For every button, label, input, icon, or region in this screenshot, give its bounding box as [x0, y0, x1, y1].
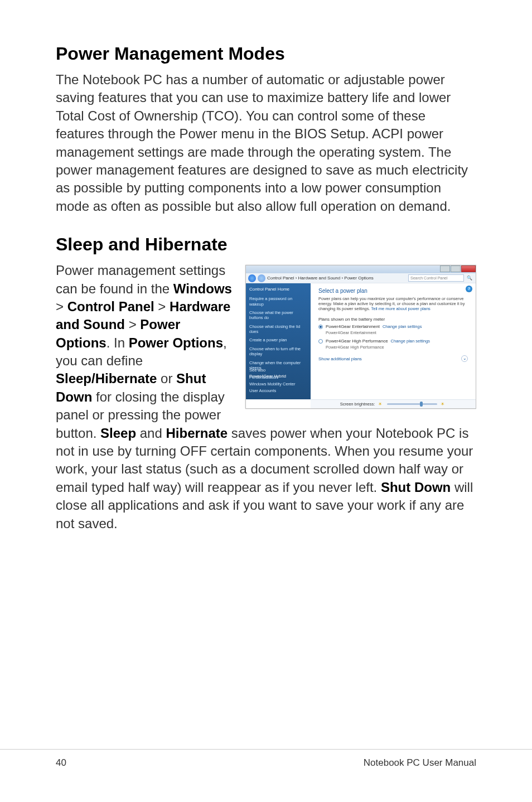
heading-power-mgmt: Power Management Modes — [56, 44, 476, 64]
sidebar-home[interactable]: Control Panel Home — [249, 287, 307, 292]
radio-icon[interactable] — [318, 339, 323, 344]
sidebar: Control Panel Home Require a password on… — [246, 283, 311, 399]
search-icon[interactable]: 🔍 — [466, 274, 473, 282]
manual-title: Notebook PC User Manual — [364, 755, 476, 769]
show-additional-plans[interactable]: Show additional plans ⌄ — [318, 355, 468, 362]
see-also-label: See also — [249, 368, 307, 373]
sidebar-link[interactable]: Choose what closing the lid does — [249, 324, 307, 335]
sidebar-link[interactable]: Require a password on wakeup — [249, 296, 307, 307]
breadcrumb[interactable]: Control Panel › Hardware and Sound › Pow… — [267, 276, 407, 281]
plan-option-1[interactable]: Power4Gear Entertainment Change plan set… — [318, 324, 468, 329]
search-input[interactable]: Search Control Panel — [408, 274, 464, 282]
page-footer: 40 Notebook PC User Manual — [0, 749, 532, 769]
heading-sleep-hibernate: Sleep and Hibernate — [56, 234, 476, 255]
brightness-footer: Screen brightness: ☀ ☀ — [311, 399, 476, 408]
sidebar-link[interactable]: Choose when to turn off the display — [249, 346, 307, 357]
brightness-label: Screen brightness: — [340, 402, 375, 407]
close-button[interactable] — [461, 265, 476, 272]
tell-me-more-link[interactable]: Tell me more about power plans — [371, 306, 431, 311]
sidebar-bottom-link[interactable]: Windows Mobility Center — [249, 381, 307, 386]
plan-name: Power4Gear Entertainment — [326, 324, 380, 329]
minimize-button[interactable] — [451, 265, 461, 272]
plan-subtitle: Power4Gear Entertainment — [326, 330, 468, 335]
plan-name: Power4Gear High Performance — [326, 339, 388, 344]
fieldset-label: Plans shown on the battery meter — [318, 317, 468, 322]
main-panel: ? Select a power plan Power plans can he… — [311, 283, 476, 399]
sidebar-link[interactable]: Choose what the power buttons do — [249, 310, 307, 321]
plan-option-2[interactable]: Power4Gear High Performance Change plan … — [318, 339, 468, 344]
show-add-label: Show additional plans — [318, 356, 362, 361]
address-bar: Control Panel › Hardware and Sound › Pow… — [246, 273, 476, 283]
power-options-screenshot: Control Panel › Hardware and Sound › Pow… — [245, 265, 476, 409]
panel-heading: Select a power plan — [318, 288, 468, 294]
page-number: 40 — [56, 755, 66, 769]
window-titlebar — [246, 265, 476, 273]
change-plan-link[interactable]: Change plan settings — [391, 339, 430, 344]
paragraph-power-mgmt: The Notebook PC has a number of automati… — [56, 71, 476, 215]
change-plan-link[interactable]: Change plan settings — [383, 324, 422, 329]
sidebar-bottom-link[interactable]: User Accounts — [249, 388, 307, 393]
help-icon[interactable]: ? — [466, 286, 472, 292]
radio-icon[interactable] — [318, 325, 323, 329]
sun-icon: ☀ — [441, 402, 446, 407]
brightness-slider[interactable] — [387, 403, 437, 405]
plan-subtitle: Power4Gear High Performance — [326, 345, 468, 350]
sun-icon: ☀ — [378, 402, 384, 407]
panel-description: Power plans can help you maximize your c… — [318, 296, 468, 311]
forward-icon[interactable] — [258, 274, 265, 282]
maximize-button[interactable] — [440, 265, 450, 272]
sidebar-bottom-link[interactable]: Personalization — [249, 375, 307, 380]
back-icon[interactable] — [248, 274, 256, 282]
sidebar-link[interactable]: Create a power plan — [249, 337, 307, 342]
chevron-down-icon[interactable]: ⌄ — [461, 355, 468, 362]
